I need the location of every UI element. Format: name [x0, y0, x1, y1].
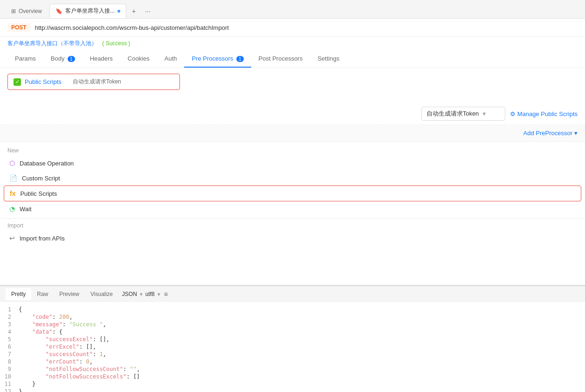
settings-circle-icon: ⚙	[510, 110, 516, 117]
grid-icon: ⊞	[11, 8, 16, 14]
url-bar: POST http://wascrm.socialepoch.com/wscrm…	[0, 19, 585, 37]
api-name: 客户单坐席导入接口（不带导入池）	[7, 40, 97, 47]
add-tab-button[interactable]: +	[128, 5, 139, 18]
menu-divider	[0, 218, 585, 219]
menu-item-custom-script[interactable]: 📄 Custom Script	[0, 171, 585, 186]
method-badge: POST	[7, 23, 30, 32]
dropdown-menu: New ⬡ Database Operation 📄 Custom Script…	[0, 142, 585, 249]
add-preprocessor-bar: Add PreProcessor ▾	[0, 125, 585, 142]
tab-post-processors[interactable]: Post Processors	[251, 50, 310, 68]
status-line: 客户单坐席导入接口（不带导入池） ( Success )	[0, 37, 585, 50]
chevron-down-icon: ▼	[482, 111, 487, 117]
add-preprocessor-button[interactable]: Add PreProcessor ▾	[523, 130, 578, 137]
database-icon: ⬡	[9, 159, 15, 167]
tab-overview[interactable]: ⊞ Overview	[6, 5, 48, 17]
tab-current-request[interactable]: 🔖 客户单坐席导入接...	[49, 4, 126, 18]
request-url: http://wascrm.socialepoch.com/wscrm-bus-…	[35, 24, 229, 31]
menu-item-wait[interactable]: ◔ Wait	[0, 201, 585, 216]
script-type-label: Public Scripts	[25, 78, 62, 85]
import-section-label: Import	[0, 220, 585, 231]
more-tabs-button[interactable]: ···	[141, 5, 154, 18]
script-checkbox[interactable]: ✓	[14, 78, 21, 86]
import-icon: ↩	[9, 234, 15, 242]
dropdown-value: 自动生成请求Token	[427, 110, 479, 118]
tab-params[interactable]: Params	[7, 50, 43, 68]
wait-icon: ◔	[9, 205, 15, 213]
tabs-bar: Params Body 1 Headers Cookies Auth Pre P…	[0, 50, 585, 68]
tab-auth[interactable]: Auth	[157, 50, 185, 68]
custom-script-icon: 📄	[9, 174, 17, 182]
new-section-label: New	[0, 145, 585, 156]
status-text: ( Success )	[102, 40, 130, 47]
chevron-down-small-icon: ▾	[574, 130, 578, 137]
browser-tabs: ⊞ Overview 🔖 客户单坐席导入接... + ···	[0, 0, 585, 19]
pre-processors-content: ✓ Public Scripts 自动生成请求Token	[0, 68, 585, 103]
tab-body[interactable]: Body 1	[43, 50, 83, 68]
file-icon: 🔖	[55, 8, 62, 14]
script-description: 自动生成请求Token	[73, 78, 121, 86]
modified-dot	[117, 10, 120, 13]
fx-icon: fx	[10, 190, 15, 197]
tab-cookies[interactable]: Cookies	[120, 50, 157, 68]
manage-row: 自动生成请求Token ▼ ⚙ Manage Public Scripts	[0, 103, 585, 125]
public-script-row: ✓ Public Scripts 自动生成请求Token	[7, 74, 180, 90]
script-dropdown[interactable]: 自动生成请求Token ▼	[421, 107, 505, 121]
menu-item-public-scripts[interactable]: fx Public Scripts	[4, 186, 581, 201]
tab-headers[interactable]: Headers	[83, 50, 120, 68]
tab-settings[interactable]: Settings	[310, 50, 347, 68]
manage-public-scripts-link[interactable]: ⚙ Manage Public Scripts	[510, 110, 578, 117]
menu-item-import-apis[interactable]: ↩ Import from APIs	[0, 231, 585, 246]
menu-item-database[interactable]: ⬡ Database Operation	[0, 156, 585, 171]
tab-pre-processors[interactable]: Pre Processors 1	[184, 50, 251, 68]
